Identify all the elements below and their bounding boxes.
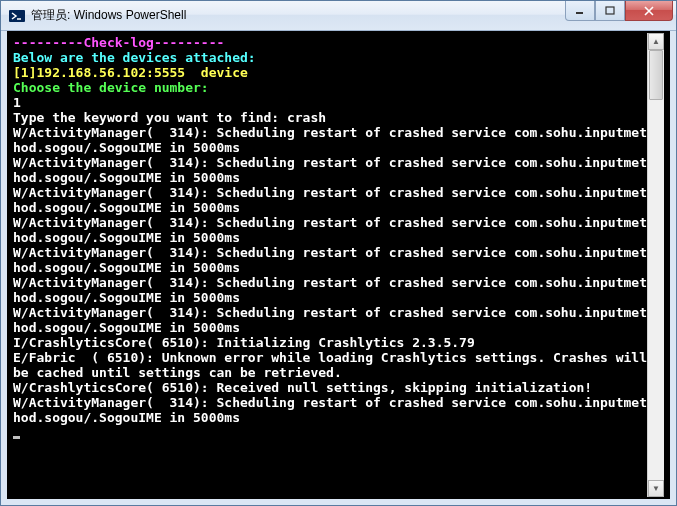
scroll-thumb[interactable] [649,50,663,100]
terminal-output[interactable]: ---------Check-log--------- Below are th… [9,33,647,497]
log-line: W/CrashlyticsCore( 6510): Received null … [13,380,592,395]
log-line: W/ActivityManager( 314): Scheduling rest… [13,245,647,275]
close-button[interactable] [625,1,673,21]
log-line: E/Fabric ( 6510): Unknown error while lo… [13,350,647,380]
powershell-icon [9,8,25,24]
maximize-button[interactable] [595,1,625,21]
window-controls [565,1,673,21]
svg-rect-3 [606,7,614,14]
log-line: W/ActivityManager( 314): Scheduling rest… [13,155,647,185]
keyword-prompt-line: Type the keyword you want to find: crash [13,110,326,125]
terminal-container: ---------Check-log--------- Below are th… [1,31,676,505]
log-line: W/ActivityManager( 314): Scheduling rest… [13,275,647,305]
log-line: W/ActivityManager( 314): Scheduling rest… [13,215,647,245]
devices-attached-header: Below are the devices attached: [13,50,256,65]
window-title: 管理员: Windows PowerShell [31,7,565,24]
log-line: W/ActivityManager( 314): Scheduling rest… [13,305,647,335]
check-log-header: ---------Check-log--------- [13,35,224,50]
log-line: W/ActivityManager( 314): Scheduling rest… [13,395,647,425]
log-line: I/CrashlyticsCore( 6510): Initializing C… [13,335,475,350]
log-line: W/ActivityManager( 314): Scheduling rest… [13,125,647,155]
device-entry: [1]192.168.56.102:5555 device [13,65,248,80]
choose-device-prompt: Choose the device number: [13,80,209,95]
minimize-button[interactable] [565,1,595,21]
scroll-up-button[interactable]: ▲ [648,33,664,50]
scroll-track[interactable] [648,50,664,480]
vertical-scrollbar[interactable]: ▲ ▼ [647,33,664,497]
chosen-number: 1 [13,95,21,110]
powershell-window: 管理员: Windows PowerShell ---------Check-l… [0,0,677,506]
titlebar[interactable]: 管理员: Windows PowerShell [1,1,676,31]
terminal-cursor [13,436,20,439]
log-line: W/ActivityManager( 314): Scheduling rest… [13,185,647,215]
scroll-down-button[interactable]: ▼ [648,480,664,497]
